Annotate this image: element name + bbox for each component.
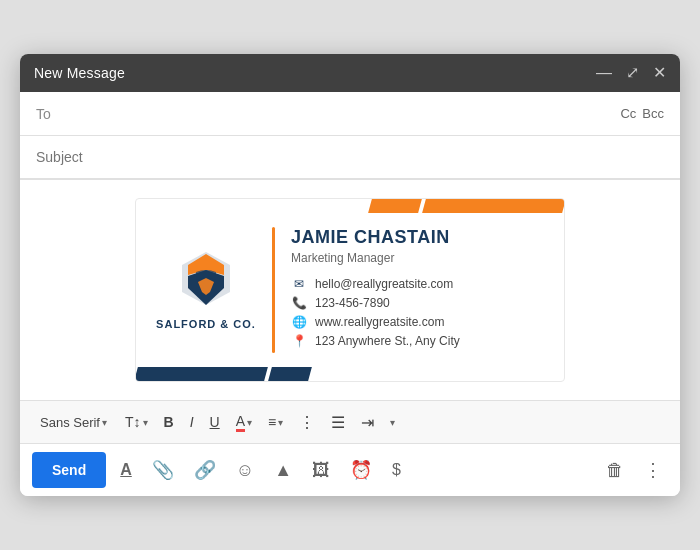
more-formatting-button[interactable]: ▾ — [384, 413, 401, 432]
bulleted-list-button[interactable]: ☰ — [325, 409, 351, 436]
email-contact: ✉ hello@reallygreatsite.com — [291, 277, 544, 291]
time-button[interactable]: ⏰ — [344, 455, 378, 485]
italic-button[interactable]: I — [184, 410, 200, 434]
bcc-button[interactable]: Bcc — [642, 106, 664, 121]
emoji-icon: ☺ — [236, 460, 254, 481]
to-input[interactable] — [86, 106, 620, 122]
top-decoration — [370, 199, 564, 213]
formatting-button[interactable]: A — [114, 457, 138, 483]
attach-icon: 📎 — [152, 459, 174, 481]
contact-info: JAMIE CHASTAIN Marketing Manager ✉ hello… — [291, 227, 544, 353]
navy-bar-large — [135, 367, 268, 381]
text-color-icon: A — [236, 413, 245, 432]
link-icon: 🔗 — [194, 459, 216, 481]
compose-window: New Message — ⤢ ✕ To Cc Bcc — [20, 54, 680, 496]
send-button[interactable]: Send — [32, 452, 106, 488]
attach-button[interactable]: 📎 — [146, 455, 180, 485]
navy-bar-small — [268, 367, 312, 381]
underline-button[interactable]: U — [204, 410, 226, 434]
vertical-divider — [272, 227, 275, 353]
location-icon: 📍 — [291, 334, 307, 348]
logo-area: SALFORD & CO. — [156, 250, 256, 330]
job-title: Marketing Manager — [291, 251, 544, 265]
text-color-chevron: ▾ — [247, 417, 252, 428]
window-title: New Message — [34, 65, 125, 81]
more-options-button[interactable]: ⋮ — [638, 455, 668, 485]
address-contact: 📍 123 Anywhere St., Any City — [291, 334, 544, 348]
cc-bcc-area: Cc Bcc — [620, 106, 664, 121]
window-controls: — ⤢ ✕ — [596, 65, 666, 81]
align-icon: ≡ — [268, 414, 276, 430]
maximize-button[interactable]: ⤢ — [626, 65, 639, 81]
action-toolbar: Send A 📎 🔗 ☺ ▲ 🖼 ⏰ $ 🗑 ⋮ — [20, 444, 680, 496]
delete-button[interactable]: 🗑 — [600, 456, 630, 485]
globe-icon: 🌐 — [291, 315, 307, 329]
indent-icon: ⇥ — [361, 413, 374, 432]
person-name: JAMIE CHASTAIN — [291, 227, 544, 248]
phone-value: 123-456-7890 — [315, 296, 390, 310]
to-field-row: To Cc Bcc — [20, 92, 680, 136]
titlebar: New Message — ⤢ ✕ — [20, 54, 680, 92]
bold-button[interactable]: B — [158, 410, 180, 434]
subject-input[interactable] — [36, 149, 664, 165]
font-size-icon: T↕ — [125, 414, 141, 430]
subject-field-row — [20, 136, 680, 180]
dollar-icon: $ — [392, 461, 401, 479]
dollar-button[interactable]: $ — [386, 457, 407, 483]
company-logo — [172, 250, 240, 310]
link-button[interactable]: 🔗 — [188, 455, 222, 485]
cc-button[interactable]: Cc — [620, 106, 636, 121]
bottom-decoration — [136, 367, 310, 381]
phone-contact: 📞 123-456-7890 — [291, 296, 544, 310]
align-button[interactable]: ≡ ▾ — [262, 410, 289, 434]
font-family-label: Sans Serif — [40, 415, 100, 430]
font-size-chevron: ▾ — [143, 417, 148, 428]
drive-button[interactable]: ▲ — [268, 456, 298, 485]
address-value: 123 Anywhere St., Any City — [315, 334, 460, 348]
format-toolbar: Sans Serif ▾ T↕ ▾ B I U A ▾ ≡ ▾ ⋮ ☰ ⇥ ▾ — [20, 400, 680, 444]
more-chevron: ▾ — [390, 417, 395, 428]
body-area[interactable]: SALFORD & CO. JAMIE CHASTAIN Marketing M… — [20, 180, 680, 400]
numbered-list-icon: ⋮ — [299, 413, 315, 432]
email-icon: ✉ — [291, 277, 307, 291]
indent-button[interactable]: ⇥ — [355, 409, 380, 436]
font-size-button[interactable]: T↕ ▾ — [119, 410, 154, 434]
to-label: To — [36, 106, 86, 122]
time-icon: ⏰ — [350, 459, 372, 481]
align-chevron: ▾ — [278, 417, 283, 428]
delete-icon: 🗑 — [606, 460, 624, 481]
signature-body: SALFORD & CO. JAMIE CHASTAIN Marketing M… — [136, 199, 564, 381]
bulleted-list-icon: ☰ — [331, 413, 345, 432]
photo-icon: 🖼 — [312, 460, 330, 481]
email-value: hello@reallygreatsite.com — [315, 277, 453, 291]
formatting-icon: A — [120, 461, 132, 479]
website-value: www.reallygreatsite.com — [315, 315, 444, 329]
close-button[interactable]: ✕ — [653, 65, 666, 81]
drive-icon: ▲ — [274, 460, 292, 481]
photo-button[interactable]: 🖼 — [306, 456, 336, 485]
emoji-button[interactable]: ☺ — [230, 456, 260, 485]
website-contact: 🌐 www.reallygreatsite.com — [291, 315, 544, 329]
orange-bar-large — [422, 199, 565, 213]
company-name: SALFORD & CO. — [156, 318, 256, 330]
font-family-chevron: ▾ — [102, 417, 107, 428]
minimize-button[interactable]: — — [596, 65, 612, 81]
signature-card: SALFORD & CO. JAMIE CHASTAIN Marketing M… — [135, 198, 565, 382]
phone-icon: 📞 — [291, 296, 307, 310]
orange-bar-small — [368, 199, 422, 213]
text-color-button[interactable]: A ▾ — [230, 409, 258, 436]
numbered-list-button[interactable]: ⋮ — [293, 409, 321, 436]
more-options-icon: ⋮ — [644, 459, 662, 481]
font-family-dropdown[interactable]: Sans Serif ▾ — [32, 411, 115, 434]
